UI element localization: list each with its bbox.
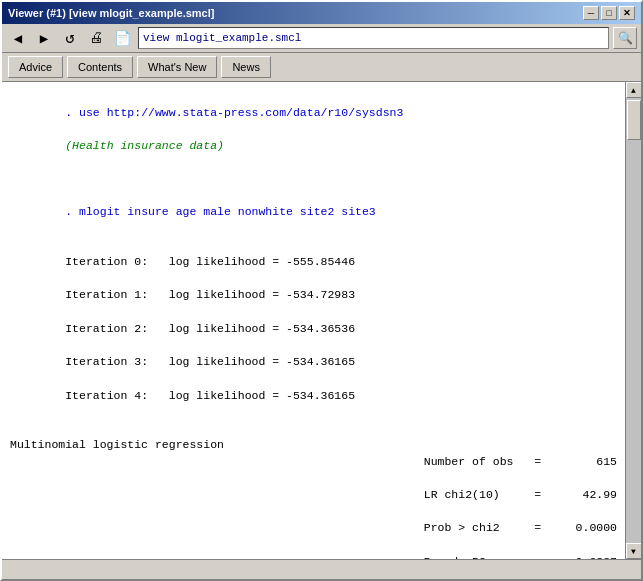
refresh-icon: ↺ xyxy=(65,28,75,48)
forward-button[interactable]: ▶ xyxy=(32,27,56,49)
stat-prob: Prob > chi2 = 0.0000 xyxy=(424,521,617,534)
address-bar[interactable]: view mlogit_example.smcl xyxy=(138,27,609,49)
iter3: Iteration 3: log likelihood = -534.36165 xyxy=(65,355,355,368)
back-icon: ◀ xyxy=(14,30,22,47)
address-text: view mlogit_example.smcl xyxy=(143,32,301,44)
window-title: Viewer (#1) [view mlogit_example.smcl] xyxy=(8,7,214,19)
close-button[interactable]: ✕ xyxy=(619,6,635,20)
title-bar-buttons: ─ □ ✕ xyxy=(583,6,635,20)
toolbar: ◀ ▶ ↺ 🖨 📄 view mlogit_example.smcl 🔍 xyxy=(2,24,641,53)
whats-new-button[interactable]: What's New xyxy=(137,56,217,78)
maximize-button[interactable]: □ xyxy=(601,6,617,20)
cmd2-line: . mlogit insure age male nonwhite site2 … xyxy=(65,205,376,218)
contents-button[interactable]: Contents xyxy=(67,56,133,78)
content-area: . use http://www.stata-press.com/data/r1… xyxy=(2,82,641,559)
title-bar: Viewer (#1) [view mlogit_example.smcl] ─… xyxy=(2,2,641,24)
model-title-block: Multinomial logistic regression xyxy=(10,437,224,454)
main-window: Viewer (#1) [view mlogit_example.smcl] ─… xyxy=(0,0,643,581)
scrollbar[interactable]: ▲ ▼ xyxy=(625,82,641,559)
nav-buttons: Advice Contents What's New News xyxy=(2,53,641,82)
back-button[interactable]: ◀ xyxy=(6,27,30,49)
open-button[interactable]: 📄 xyxy=(110,27,134,49)
stat-obs: Number of obs = 615 xyxy=(424,455,617,468)
advice-button[interactable]: Advice xyxy=(8,56,63,78)
search-button[interactable]: 🔍 xyxy=(613,27,637,49)
scrollbar-thumb[interactable] xyxy=(627,100,641,140)
forward-icon: ▶ xyxy=(40,30,48,47)
open-icon: 📄 xyxy=(114,30,131,47)
print-icon: 🖨 xyxy=(89,30,103,46)
stats-block: Number of obs = 615 LR chi2(10) = 42.99 … xyxy=(355,437,617,559)
iterations-block: Iteration 0: log likelihood = -555.85446… xyxy=(10,237,617,420)
stat-pseudo: Pseudo R2 = 0.0387 xyxy=(424,555,617,559)
minimize-button[interactable]: ─ xyxy=(583,6,599,20)
note1-line: (Health insurance data) xyxy=(65,139,224,152)
scroll-down-button[interactable]: ▼ xyxy=(626,543,642,559)
scrollable-content[interactable]: . use http://www.stata-press.com/data/r1… xyxy=(2,82,625,559)
iter4: Iteration 4: log likelihood = -534.36165 xyxy=(65,389,355,402)
refresh-button[interactable]: ↺ xyxy=(58,27,82,49)
stat-lr: LR chi2(10) = 42.99 xyxy=(424,488,617,501)
status-bar xyxy=(2,559,641,579)
scrollbar-track[interactable] xyxy=(626,98,641,543)
scroll-up-button[interactable]: ▲ xyxy=(626,82,642,98)
cmd1-line: . use http://www.stata-press.com/data/r1… xyxy=(65,106,403,119)
search-icon: 🔍 xyxy=(618,31,633,46)
model-header: Multinomial logistic regression Number o… xyxy=(10,437,617,559)
news-button[interactable]: News xyxy=(221,56,271,78)
print-button[interactable]: 🖨 xyxy=(84,27,108,49)
iter0: Iteration 0: log likelihood = -555.85446 xyxy=(65,255,355,268)
iter1: Iteration 1: log likelihood = -534.72983 xyxy=(65,288,355,301)
model-title: Multinomial logistic regression xyxy=(10,437,224,454)
iter2: Iteration 2: log likelihood = -534.36536 xyxy=(65,322,355,335)
